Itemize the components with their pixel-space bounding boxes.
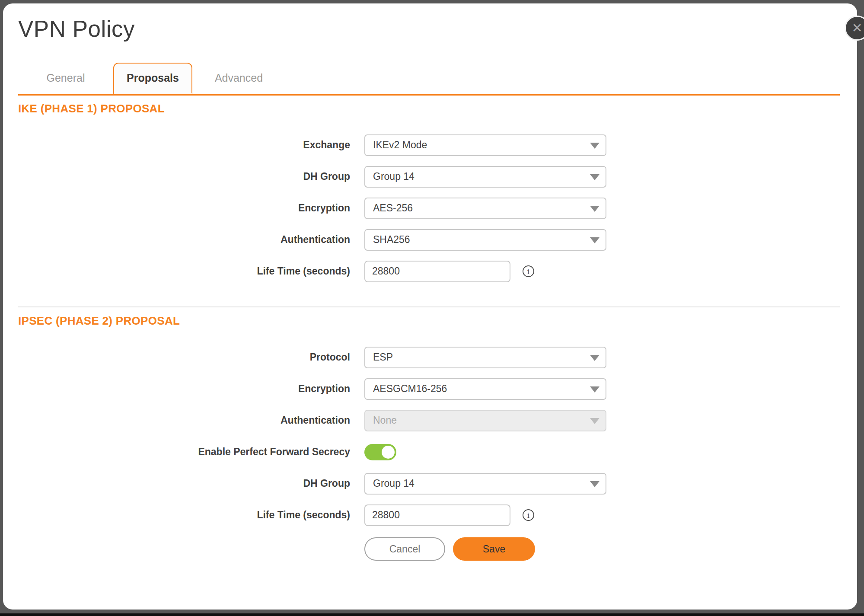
exchange-select[interactable]: IKEv2 Mode: [364, 134, 606, 156]
encryption-phase2-label: Encryption: [18, 383, 350, 395]
form-row-exchange: Exchange IKEv2 Mode: [18, 129, 840, 161]
encryption-phase2-select[interactable]: AESGCM16-256: [364, 378, 606, 400]
caret-down-icon: [590, 386, 599, 393]
vpn-policy-dialog: VPN Policy General Proposals Advanced IK…: [3, 3, 857, 610]
protocol-label: Protocol: [18, 351, 350, 363]
authentication-phase2-select-disabled: None: [364, 410, 606, 431]
screen-bottom-edge: [0, 613, 864, 616]
caret-down-icon: [590, 481, 599, 487]
dh-group-label: DH Group: [18, 171, 350, 182]
form-row-life-time-phase2: Life Time (seconds) i: [18, 499, 840, 531]
encryption-phase2-select-value: AESGCM16-256: [373, 383, 447, 395]
ipsec-phase2-rows: Protocol ESP Encryption AESGCM16-256: [18, 342, 840, 531]
cancel-button[interactable]: Cancel: [364, 537, 445, 561]
ipsec-phase2-heading: IPSEC (PHASE 2) PROPOSAL: [18, 314, 840, 327]
authentication-select[interactable]: SHA256: [364, 229, 606, 251]
section-divider: [18, 306, 840, 307]
caret-down-icon: [590, 143, 599, 149]
encryption-select[interactable]: AES-256: [364, 198, 606, 219]
dialog-content: VPN Policy General Proposals Advanced IK…: [3, 16, 857, 616]
close-icon: ✕: [851, 22, 862, 35]
tab-proposals-label: Proposals: [127, 72, 179, 84]
tab-bar: General Proposals Advanced: [18, 63, 840, 96]
form-row-encryption-phase2: Encryption AESGCM16-256: [18, 373, 840, 405]
pfs-label: Enable Perfect Forward Secrecy: [18, 446, 350, 458]
dh-group-phase2-select-value: Group 14: [373, 478, 414, 489]
info-icon-glyph: i: [527, 267, 529, 276]
dh-group-phase2-label: DH Group: [18, 478, 350, 489]
protocol-select[interactable]: ESP: [364, 347, 606, 368]
authentication-phase2-select-value: None: [373, 415, 397, 426]
ike-phase1-rows: Exchange IKEv2 Mode DH Group Group 14: [18, 129, 840, 287]
save-button[interactable]: Save: [453, 537, 535, 561]
tab-advanced-label: Advanced: [215, 72, 263, 84]
pfs-toggle[interactable]: [364, 444, 396, 460]
life-time-phase2-input[interactable]: [364, 504, 510, 526]
info-icon[interactable]: i: [523, 265, 534, 277]
encryption-select-value: AES-256: [373, 202, 413, 214]
form-row-protocol: Protocol ESP: [18, 342, 840, 373]
tab-general[interactable]: General: [18, 63, 113, 94]
info-icon-glyph: i: [527, 511, 529, 520]
form-row-authentication-phase2: Authentication None: [18, 405, 840, 436]
form-row-encryption: Encryption AES-256: [18, 192, 840, 224]
caret-down-icon: [590, 206, 599, 212]
encryption-label: Encryption: [18, 202, 350, 214]
form-row-authentication: Authentication SHA256: [18, 224, 840, 255]
exchange-label: Exchange: [18, 139, 350, 151]
authentication-phase2-label: Authentication: [18, 415, 350, 426]
life-time-label: Life Time (seconds): [18, 265, 350, 277]
protocol-select-value: ESP: [373, 351, 393, 363]
page-title: VPN Policy: [18, 16, 840, 42]
tab-advanced[interactable]: Advanced: [192, 63, 285, 94]
ike-phase1-heading: IKE (PHASE 1) PROPOSAL: [18, 102, 840, 115]
form-row-life-time: Life Time (seconds) i: [18, 255, 840, 287]
tab-proposals[interactable]: Proposals: [113, 63, 192, 94]
dh-group-select-value: Group 14: [373, 171, 414, 182]
form-row-dh-group-phase2: DH Group Group 14: [18, 468, 840, 499]
exchange-select-value: IKEv2 Mode: [373, 139, 427, 151]
life-time-input[interactable]: [364, 261, 510, 282]
form-row-dh-group: DH Group Group 14: [18, 161, 840, 192]
dh-group-phase2-select[interactable]: Group 14: [364, 473, 606, 495]
authentication-label: Authentication: [18, 234, 350, 246]
dh-group-select[interactable]: Group 14: [364, 166, 606, 188]
form-row-pfs: Enable Perfect Forward Secrecy: [18, 436, 840, 468]
life-time-phase2-label: Life Time (seconds): [18, 509, 350, 521]
tab-general-label: General: [47, 72, 85, 84]
caret-down-icon: [590, 237, 599, 243]
caret-down-icon: [590, 174, 599, 180]
dialog-footer: Cancel Save: [18, 537, 840, 561]
caret-down-icon: [590, 418, 599, 424]
caret-down-icon: [590, 355, 599, 361]
info-icon[interactable]: i: [523, 509, 534, 521]
authentication-select-value: SHA256: [373, 234, 410, 246]
toggle-knob: [382, 446, 395, 459]
